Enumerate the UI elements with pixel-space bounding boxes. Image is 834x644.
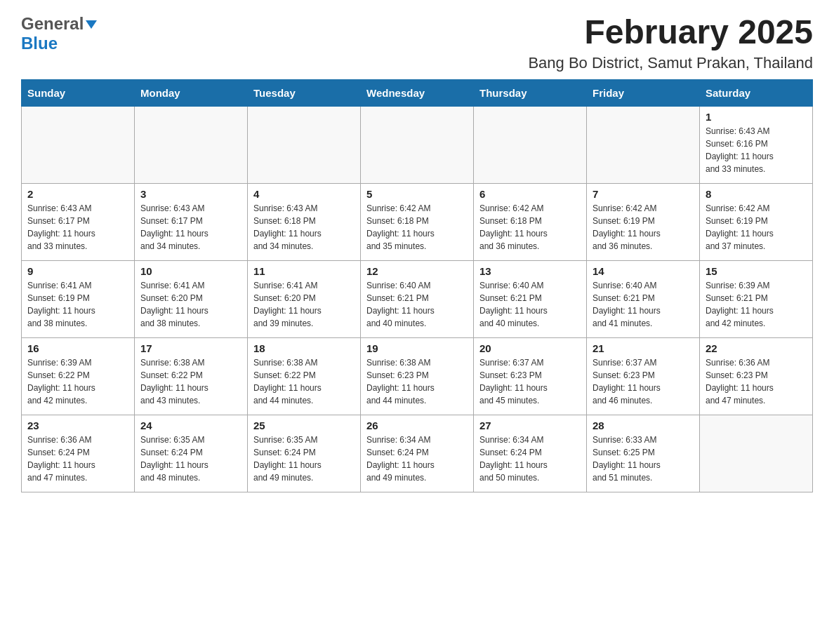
calendar-day-cell: 16Sunrise: 6:39 AM Sunset: 6:22 PM Dayli… <box>22 337 135 415</box>
day-info: Sunrise: 6:43 AM Sunset: 6:16 PM Dayligh… <box>706 125 807 175</box>
calendar-week-row: 9Sunrise: 6:41 AM Sunset: 6:19 PM Daylig… <box>22 260 813 337</box>
day-info: Sunrise: 6:42 AM Sunset: 6:18 PM Dayligh… <box>479 202 581 253</box>
calendar-day-cell <box>700 415 813 492</box>
day-info: Sunrise: 6:40 AM Sunset: 6:21 PM Dayligh… <box>366 279 468 330</box>
day-info: Sunrise: 6:43 AM Sunset: 6:18 PM Dayligh… <box>253 202 355 253</box>
day-number: 9 <box>27 265 128 277</box>
day-info: Sunrise: 6:39 AM Sunset: 6:21 PM Dayligh… <box>706 279 807 330</box>
day-number: 23 <box>27 420 128 431</box>
page-title: February 2025 <box>528 14 813 51</box>
weekday-header-thursday: Thursday <box>474 79 587 106</box>
calendar-day-cell: 15Sunrise: 6:39 AM Sunset: 6:21 PM Dayli… <box>700 260 813 337</box>
calendar-day-cell <box>474 106 587 183</box>
calendar-day-cell <box>248 106 361 183</box>
day-info: Sunrise: 6:42 AM Sunset: 6:18 PM Dayligh… <box>366 202 468 253</box>
day-info: Sunrise: 6:36 AM Sunset: 6:24 PM Dayligh… <box>27 434 128 484</box>
day-info: Sunrise: 6:40 AM Sunset: 6:21 PM Dayligh… <box>479 279 581 330</box>
calendar-day-cell: 23Sunrise: 6:36 AM Sunset: 6:24 PM Dayli… <box>22 415 135 492</box>
day-info: Sunrise: 6:37 AM Sunset: 6:23 PM Dayligh… <box>593 356 694 407</box>
day-number: 28 <box>593 420 694 431</box>
day-number: 6 <box>479 188 581 200</box>
weekday-header-wednesday: Wednesday <box>361 79 474 106</box>
logo-blue-text: Blue <box>21 34 58 53</box>
day-info: Sunrise: 6:38 AM Sunset: 6:22 PM Dayligh… <box>140 356 241 407</box>
logo: General <box>21 14 99 34</box>
day-info: Sunrise: 6:37 AM Sunset: 6:23 PM Dayligh… <box>479 356 581 407</box>
calendar-day-cell: 28Sunrise: 6:33 AM Sunset: 6:25 PM Dayli… <box>587 415 700 492</box>
weekday-header-row: SundayMondayTuesdayWednesdayThursdayFrid… <box>22 79 813 106</box>
calendar-day-cell: 20Sunrise: 6:37 AM Sunset: 6:23 PM Dayli… <box>474 337 587 415</box>
calendar-day-cell: 26Sunrise: 6:34 AM Sunset: 6:24 PM Dayli… <box>361 415 474 492</box>
day-number: 27 <box>479 420 581 431</box>
calendar-day-cell: 8Sunrise: 6:42 AM Sunset: 6:19 PM Daylig… <box>700 183 813 260</box>
day-number: 20 <box>479 342 581 354</box>
day-number: 1 <box>706 111 807 123</box>
weekday-header-sunday: Sunday <box>22 79 135 106</box>
day-info: Sunrise: 6:39 AM Sunset: 6:22 PM Dayligh… <box>27 356 128 407</box>
day-number: 8 <box>706 188 807 200</box>
day-number: 15 <box>706 265 807 277</box>
calendar-day-cell: 5Sunrise: 6:42 AM Sunset: 6:18 PM Daylig… <box>361 183 474 260</box>
calendar-day-cell: 6Sunrise: 6:42 AM Sunset: 6:18 PM Daylig… <box>474 183 587 260</box>
calendar-week-row: 1Sunrise: 6:43 AM Sunset: 6:16 PM Daylig… <box>22 106 813 183</box>
calendar-day-cell <box>22 106 135 183</box>
weekday-header-saturday: Saturday <box>700 79 813 106</box>
logo-triangle-icon <box>84 18 98 32</box>
calendar-day-cell: 2Sunrise: 6:43 AM Sunset: 6:17 PM Daylig… <box>22 183 135 260</box>
day-number: 14 <box>593 265 694 277</box>
calendar-day-cell: 7Sunrise: 6:42 AM Sunset: 6:19 PM Daylig… <box>587 183 700 260</box>
calendar-week-row: 23Sunrise: 6:36 AM Sunset: 6:24 PM Dayli… <box>22 415 813 492</box>
calendar-day-cell: 4Sunrise: 6:43 AM Sunset: 6:18 PM Daylig… <box>248 183 361 260</box>
day-info: Sunrise: 6:41 AM Sunset: 6:20 PM Dayligh… <box>253 279 355 330</box>
day-info: Sunrise: 6:36 AM Sunset: 6:23 PM Dayligh… <box>706 356 807 407</box>
calendar-day-cell <box>587 106 700 183</box>
calendar-header: SundayMondayTuesdayWednesdayThursdayFrid… <box>22 79 813 106</box>
day-number: 2 <box>27 188 128 200</box>
day-number: 16 <box>27 342 128 354</box>
calendar-day-cell: 19Sunrise: 6:38 AM Sunset: 6:23 PM Dayli… <box>361 337 474 415</box>
day-info: Sunrise: 6:34 AM Sunset: 6:24 PM Dayligh… <box>479 434 581 484</box>
day-number: 12 <box>366 265 468 277</box>
day-number: 11 <box>253 265 355 277</box>
calendar-table: SundayMondayTuesdayWednesdayThursdayFrid… <box>21 79 813 492</box>
calendar-day-cell: 3Sunrise: 6:43 AM Sunset: 6:17 PM Daylig… <box>135 183 248 260</box>
day-number: 17 <box>140 342 241 354</box>
page-subtitle: Bang Bo District, Samut Prakan, Thailand <box>528 54 813 72</box>
calendar-day-cell: 9Sunrise: 6:41 AM Sunset: 6:19 PM Daylig… <box>22 260 135 337</box>
day-number: 24 <box>140 420 241 431</box>
weekday-header-monday: Monday <box>135 79 248 106</box>
weekday-header-friday: Friday <box>587 79 700 106</box>
calendar-day-cell: 12Sunrise: 6:40 AM Sunset: 6:21 PM Dayli… <box>361 260 474 337</box>
calendar-day-cell: 14Sunrise: 6:40 AM Sunset: 6:21 PM Dayli… <box>587 260 700 337</box>
day-info: Sunrise: 6:38 AM Sunset: 6:23 PM Dayligh… <box>366 356 468 407</box>
day-info: Sunrise: 6:43 AM Sunset: 6:17 PM Dayligh… <box>27 202 128 253</box>
day-info: Sunrise: 6:33 AM Sunset: 6:25 PM Dayligh… <box>593 434 694 484</box>
day-number: 22 <box>706 342 807 354</box>
calendar-day-cell: 17Sunrise: 6:38 AM Sunset: 6:22 PM Dayli… <box>135 337 248 415</box>
logo-area: General Blue <box>21 14 99 53</box>
day-number: 10 <box>140 265 241 277</box>
day-number: 5 <box>366 188 468 200</box>
calendar-day-cell: 1Sunrise: 6:43 AM Sunset: 6:16 PM Daylig… <box>700 106 813 183</box>
calendar-day-cell: 24Sunrise: 6:35 AM Sunset: 6:24 PM Dayli… <box>135 415 248 492</box>
day-info: Sunrise: 6:41 AM Sunset: 6:20 PM Dayligh… <box>140 279 241 330</box>
calendar-day-cell <box>361 106 474 183</box>
day-info: Sunrise: 6:34 AM Sunset: 6:24 PM Dayligh… <box>366 434 468 484</box>
day-number: 26 <box>366 420 468 431</box>
calendar-day-cell: 27Sunrise: 6:34 AM Sunset: 6:24 PM Dayli… <box>474 415 587 492</box>
day-number: 21 <box>593 342 694 354</box>
day-number: 18 <box>253 342 355 354</box>
day-info: Sunrise: 6:42 AM Sunset: 6:19 PM Dayligh… <box>593 202 694 253</box>
day-info: Sunrise: 6:41 AM Sunset: 6:19 PM Dayligh… <box>27 279 128 330</box>
calendar-day-cell: 10Sunrise: 6:41 AM Sunset: 6:20 PM Dayli… <box>135 260 248 337</box>
day-info: Sunrise: 6:38 AM Sunset: 6:22 PM Dayligh… <box>253 356 355 407</box>
calendar-day-cell: 21Sunrise: 6:37 AM Sunset: 6:23 PM Dayli… <box>587 337 700 415</box>
calendar-body: 1Sunrise: 6:43 AM Sunset: 6:16 PM Daylig… <box>22 106 813 492</box>
svg-marker-0 <box>86 20 97 29</box>
page-header: General Blue February 2025 Bang Bo Distr… <box>21 14 813 72</box>
logo-general: General <box>21 14 84 33</box>
day-number: 7 <box>593 188 694 200</box>
day-number: 13 <box>479 265 581 277</box>
day-number: 25 <box>253 420 355 431</box>
day-info: Sunrise: 6:43 AM Sunset: 6:17 PM Dayligh… <box>140 202 241 253</box>
